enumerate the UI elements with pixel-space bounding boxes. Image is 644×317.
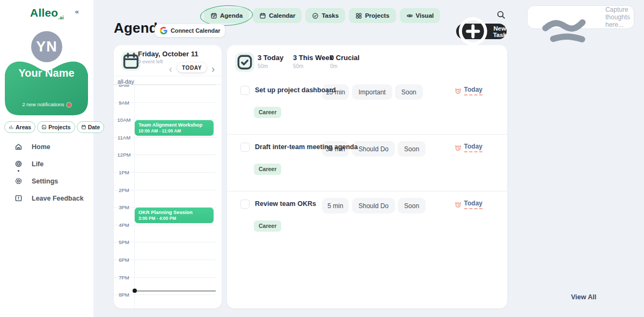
tab-label: Tasks xyxy=(321,12,339,19)
priority-chip[interactable]: Should Do xyxy=(352,198,395,213)
tab-visual[interactable]: Visual xyxy=(400,8,441,23)
notification-dot-icon xyxy=(67,103,71,107)
chevron-right-icon[interactable] xyxy=(210,64,216,71)
task-row: Review team OKRs5 minShould DoSoonTodayC… xyxy=(227,200,507,256)
calendar-grid: 8AM9AM10AM11AM12PM1PM2PM3PM4PM5PM6PM7PM8… xyxy=(114,85,216,308)
stat-value: 3 Today xyxy=(258,54,283,62)
hour-line: 1PM xyxy=(114,172,216,173)
calendar-event[interactable]: OKR Planning Session3:00 PM - 4:00 PM xyxy=(135,208,214,223)
reminder-label: Today xyxy=(464,200,482,209)
today-button[interactable]: TODAY xyxy=(177,63,207,72)
tab-agenda[interactable]: Agenda xyxy=(204,8,249,23)
hour-label: 1PM xyxy=(114,169,134,175)
current-time-indicator xyxy=(133,291,216,291)
connect-calendar-label: Connect Calendar xyxy=(171,27,220,34)
hour-label: 8PM xyxy=(114,292,134,298)
search-icon[interactable] xyxy=(496,10,506,19)
new-task-button[interactable]: New Task xyxy=(456,24,507,39)
google-icon xyxy=(160,27,167,34)
notifications-label: 2 new notifications xyxy=(22,101,64,107)
event-time: 10:00 AM - 11:00 AM xyxy=(138,128,210,134)
tab-label: Visual xyxy=(416,12,434,19)
task-checkbox[interactable] xyxy=(240,143,250,152)
logo-text: Alleo xyxy=(30,6,58,19)
reminder-label: Today xyxy=(464,143,482,152)
priority-chip[interactable]: Should Do xyxy=(352,141,395,157)
task-tag[interactable]: Career xyxy=(254,107,281,118)
task-reminder[interactable]: Today xyxy=(455,143,482,152)
app-logo: Alleo.ai xyxy=(30,6,64,20)
connect-calendar-button[interactable]: Connect Calendar xyxy=(155,24,225,38)
agenda-icon xyxy=(210,12,217,19)
task-reminder[interactable]: Today xyxy=(455,86,482,95)
when-chip[interactable]: Soon xyxy=(395,84,423,100)
task-chips: Should DoSoon xyxy=(352,198,426,213)
collapse-sidebar-icon[interactable]: « xyxy=(75,8,79,16)
task-tag[interactable]: Career xyxy=(254,220,281,232)
tab-label: Agenda xyxy=(220,12,243,19)
when-chip[interactable]: Soon xyxy=(398,141,426,157)
tab-projects[interactable]: Projects xyxy=(349,8,396,23)
capture-input[interactable]: Capture thoughts here... xyxy=(527,5,634,29)
task-row: Set up project dashboard15 minImportantS… xyxy=(227,86,507,143)
sidebar: Alleo.ai « YN Your Name 2 new notificati… xyxy=(0,0,94,317)
tab-tasks[interactable]: Tasks xyxy=(305,8,345,23)
notifications[interactable]: 2 new notifications xyxy=(5,101,88,107)
calendar-event[interactable]: Team Alignment Workshop10:00 AM - 11:00 … xyxy=(135,120,214,136)
grid-icon xyxy=(355,12,362,19)
alarm-icon xyxy=(455,87,462,94)
sidebar-item-label: Life xyxy=(32,160,43,168)
sidebar-item-label: Home xyxy=(32,143,50,151)
hour-label: 9AM xyxy=(114,100,134,106)
sidebar-menu: HomeLifeSettingsLeave Feedback xyxy=(14,143,84,202)
filter-label: Areas xyxy=(16,124,31,130)
tasks-tile xyxy=(235,53,254,72)
task-row: Draft inter-team meeting agenda30 minSho… xyxy=(227,143,507,200)
stat-value: 3 This Week xyxy=(293,54,333,62)
hour-line: 5PM xyxy=(114,242,216,242)
logo-suffix: .ai xyxy=(58,15,64,20)
stat-sub: 50m xyxy=(293,63,333,69)
duration-chip[interactable]: 5 min xyxy=(322,198,349,213)
task-title: Set up project dashboard xyxy=(255,86,336,94)
stat-group: 3 Today50m xyxy=(258,54,283,69)
avatar[interactable]: YN xyxy=(31,31,62,62)
hour-line: 8PM xyxy=(114,294,216,295)
sidebar-item-label: Settings xyxy=(32,178,58,185)
task-reminder[interactable]: Today xyxy=(455,200,482,209)
event-title: OKR Planning Session xyxy=(138,210,210,216)
when-chip[interactable]: Soon xyxy=(398,198,426,213)
visual-icon xyxy=(406,12,413,19)
feedback-icon xyxy=(14,194,23,202)
hour-label: 3PM xyxy=(114,204,134,210)
plus-circle-icon xyxy=(456,14,490,48)
sidebar-item-leave-feedback[interactable]: Leave Feedback xyxy=(14,194,84,202)
tasks-panel: 3 Today50m3 This Week50m0 Crucial0m Set … xyxy=(227,45,507,308)
task-chips: ImportantSoon xyxy=(352,84,423,100)
view-all-link[interactable]: View All xyxy=(571,293,596,301)
hour-line: 12PM xyxy=(114,154,216,155)
hour-line: 2PM xyxy=(114,190,216,190)
sidebar-item-life[interactable]: Life xyxy=(14,160,84,168)
filter-areas[interactable]: Areas xyxy=(4,121,35,133)
event-time: 3:00 PM - 4:00 PM xyxy=(138,216,210,222)
calendar-nav: TODAY xyxy=(167,63,216,72)
logo-row: Alleo.ai « xyxy=(0,6,94,20)
task-tag[interactable]: Career xyxy=(254,164,281,175)
new-task-label: New Task xyxy=(493,25,507,38)
task-checkbox[interactable] xyxy=(240,86,250,95)
sidebar-item-home[interactable]: Home xyxy=(14,143,84,151)
sidebar-item-settings[interactable]: Settings xyxy=(14,177,84,185)
filter-date[interactable]: Date xyxy=(77,121,105,133)
filter-projects[interactable]: Projects xyxy=(37,121,75,133)
alarm-icon xyxy=(455,144,462,151)
stat-group: 3 This Week50m xyxy=(293,54,333,69)
chevron-left-icon[interactable] xyxy=(167,64,174,71)
task-checkbox[interactable] xyxy=(240,200,250,209)
priority-chip[interactable]: Important xyxy=(352,84,392,100)
task-title: Draft inter-team meeting agenda xyxy=(255,143,358,151)
tab-label: Calendar xyxy=(269,12,295,19)
tab-calendar[interactable]: Calendar xyxy=(253,8,302,23)
stat-sub: 50m xyxy=(258,63,283,69)
areas-icon xyxy=(9,124,14,130)
